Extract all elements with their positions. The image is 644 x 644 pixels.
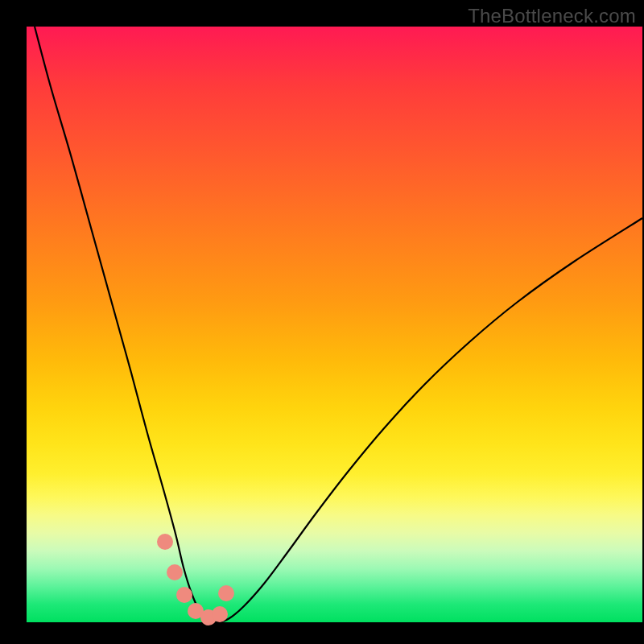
watermark-text: TheBottleneck.com <box>468 5 636 27</box>
highlight-markers <box>157 534 234 625</box>
chart-frame: TheBottleneck.com <box>0 0 644 644</box>
bottleneck-curve <box>35 27 642 622</box>
highlight-marker <box>218 585 234 601</box>
highlight-marker <box>212 606 228 622</box>
plot-area <box>27 27 642 622</box>
highlight-marker <box>176 587 192 603</box>
highlight-marker <box>167 564 183 580</box>
highlight-marker <box>157 534 173 550</box>
bottleneck-curve-svg <box>27 27 642 622</box>
